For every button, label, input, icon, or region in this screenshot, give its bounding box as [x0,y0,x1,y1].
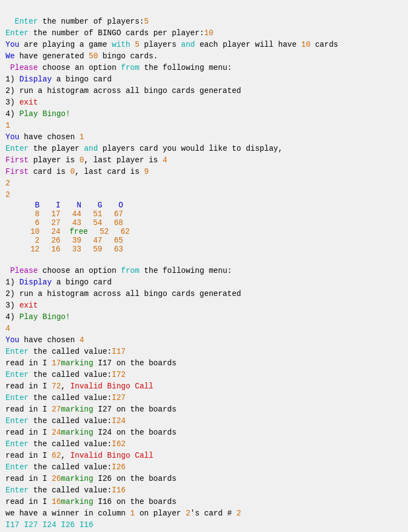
line-first-0: 0 [79,156,84,164]
cell-2-3: 43 [64,218,85,227]
menu-1: 1) [5,75,19,84]
line-chosen2-you: You [5,336,19,344]
line-first-card-0: 0 [70,167,75,176]
line-1-text: the number of players: [38,17,144,26]
winner-player: 2 [186,509,190,518]
line-chosen-1: 1 [79,133,84,141]
enter-called-4-text: the called value: [29,416,112,425]
enter-called-1: Enter [5,347,29,356]
line-last-card-9: 9 [144,167,148,176]
cell-4-3: 39 [64,236,85,245]
enter-called-3: Enter [5,393,29,402]
line-5-please: Please [10,63,37,72]
line-first-card-comma: , last card is [75,167,144,176]
read-I72-a: read in I [5,382,52,391]
read-I62-invalid: Invalid Bingo Call [70,451,153,460]
bingo-col-g: G [85,201,106,210]
read-I26-num: 26 [52,474,61,483]
bingo-col-n: N [64,201,85,210]
cell-2-2: 27 [43,218,64,227]
enter-called-6: Enter [5,463,29,471]
bingo-col-b: B [22,201,43,210]
line-1-value: 5 [144,17,148,26]
cell-5-4: 59 [85,245,106,254]
called-val-I16: I16 [112,486,125,495]
cell-5-5: 63 [106,245,126,254]
bingo-row-3: 10 24 free 52 62 [22,227,133,236]
read-I27-num: 27 [52,405,61,414]
read-I16-marking: marking [61,497,93,506]
line-enter-player: Enter [5,144,29,153]
menu-1-display: Display [19,75,52,84]
called-val-I27: I27 [112,393,125,402]
cell-3-1: 10 [22,227,43,236]
read-I24-a: read in I [5,428,52,437]
cell-5-3: 33 [64,245,85,254]
bingo-header-row: B I N G O [22,201,133,210]
enter-called-2-text: the called value: [29,370,112,379]
menu-2: 2) run a histogram across all bingo card… [5,86,241,95]
cell-3-3-free: free [64,227,91,236]
read-I26-b: I26 on the boards [93,474,177,483]
line-chosen-you: You [5,133,19,141]
called-val-I26: I26 [112,463,125,471]
line-2-value: 10 [204,29,213,37]
bingo-col-o: O [106,201,126,210]
line-3-with: with [112,40,130,49]
cell-3-5: 62 [112,227,133,236]
line-4-50: 50 [89,52,98,61]
menu-4-play: Play Bingo! [19,109,70,118]
menu-3-num: 3) [5,98,19,107]
read-I24-marking: marking [61,428,93,437]
line-first-player: First [5,156,29,164]
enter-called-4: Enter [5,416,29,425]
called-val-I24: I24 [112,416,125,425]
cell-3-4: 52 [91,227,112,236]
enter-called-3-text: the called value: [29,393,112,402]
read-I17-a: read in I [5,359,52,368]
line-3-5: 5 [135,40,139,49]
cell-2-4: 54 [85,218,106,227]
input-card-2b: 2 [5,190,10,199]
menu2-4-play: Play Bingo! [19,312,70,321]
read-I27-marking: marking [61,405,93,414]
cell-5-2: 16 [43,245,64,254]
read-I24-b: I24 on the boards [93,428,177,437]
input-player-2a: 2 [5,179,10,188]
enter-called-2: Enter [5,370,29,379]
read-I16-a: read in I [5,497,52,506]
line-last-4: 4 [163,156,167,164]
winner-line-b: on player [135,509,185,518]
cell-2-5: 68 [106,218,126,227]
line-3-and: and [181,40,195,49]
terminal-output-2: Please choose an option from the followi… [5,254,403,531]
menu2-1: 1) [5,278,19,287]
line-enter-player-b: players card you would like to display, [98,144,283,153]
cell-4-4: 47 [85,236,106,245]
line-and: and [84,144,98,153]
read-I72-num: 72 [52,382,61,391]
line-4-text: have generated [15,52,89,61]
line-5-from: from [121,63,140,72]
cell-1-2: 17 [43,210,64,218]
line-1-enter: Enter [15,17,38,26]
line-chosen2-text: have chosen [19,336,79,344]
read-I72-invalid: Invalid Bingo Call [70,382,153,391]
bingo-col-i: I [43,201,64,210]
read-I72-b: , [61,382,70,391]
read-I16-b: I16 on the boards [93,497,177,506]
menu2-3-num: 3) [5,301,19,310]
menu2-4-num: 4) [5,312,19,321]
read-I26-a: read in I [5,474,52,483]
called-val-I72: I72 [112,370,125,379]
cell-3-2: 24 [43,227,64,236]
line-3-e: cards [311,40,338,49]
read-I24-num: 24 [52,428,61,437]
line-3-d: each player will have [195,40,301,49]
line-enter-player-text: the player [29,144,84,153]
read-I62-a: read in I [5,451,52,460]
menu2-1-text: a bingo card [52,278,112,287]
line-3-10: 10 [301,40,311,49]
bingo-card: B I N G O 8 17 44 51 67 6 27 43 54 68 10… [22,201,133,254]
line-please2: Please [10,266,37,275]
